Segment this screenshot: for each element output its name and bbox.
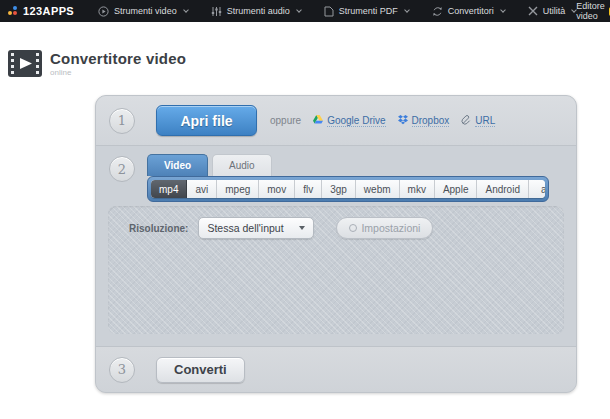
tab-audio[interactable]: Audio <box>212 154 272 176</box>
resolution-select[interactable]: Stessa dell'input <box>198 217 314 239</box>
format-mkv[interactable]: mkv <box>400 180 435 198</box>
converters-icon <box>432 6 443 17</box>
logo-dots-icon <box>8 6 18 16</box>
open-file-button[interactable]: Apri file <box>156 105 257 136</box>
chevron-down-icon <box>404 7 410 13</box>
title-block: Convertitore video online <box>50 50 186 81</box>
step3-number: 3 <box>109 357 135 383</box>
format-3gp[interactable]: 3gp <box>322 180 356 198</box>
format-mpeg[interactable]: mpeg <box>217 180 259 198</box>
convert-button[interactable]: Converti <box>156 357 245 383</box>
format-webm[interactable]: webm <box>356 180 400 198</box>
step1-number: 1 <box>109 108 135 134</box>
nav-converters[interactable]: Convertitori <box>432 6 505 17</box>
settings-label: Impostazioni <box>361 222 420 234</box>
format-avi[interactable]: avi <box>187 180 217 198</box>
video-converter-icon <box>8 50 42 81</box>
dropbox-icon <box>398 115 408 127</box>
top-navbar: 123APPS Strumenti video Strumenti audio … <box>0 0 610 22</box>
resolution-value: Stessa dell'input <box>207 222 283 234</box>
format-mov[interactable]: mov <box>259 180 295 198</box>
nav-item-label: Strumenti video <box>114 6 177 16</box>
options-area: Risoluzione: Stessa dell'input Impostazi… <box>108 206 564 334</box>
or-text: oppure <box>270 115 301 126</box>
settings-button[interactable]: Impostazioni <box>336 217 433 239</box>
step3-row: 3 Converti <box>96 346 576 392</box>
media-tabs: Video Audio <box>147 154 564 176</box>
format-mp4[interactable]: mp4 <box>151 180 187 198</box>
nav-utilities[interactable]: Utilità <box>528 6 577 17</box>
gear-icon <box>349 224 357 232</box>
nav-item-label: Convertitori <box>448 6 494 16</box>
format-altro[interactable]: altro <box>529 180 545 198</box>
paperclip-icon <box>461 115 471 127</box>
google-drive-label: Google Drive <box>327 115 385 127</box>
url-link[interactable]: URL <box>461 115 495 127</box>
pdf-tools-icon <box>324 6 334 17</box>
google-drive-link[interactable]: Google Drive <box>313 115 385 127</box>
page-header: Convertitore video online <box>8 50 610 81</box>
dropbox-link[interactable]: Dropbox <box>398 115 450 127</box>
select-arrow-icon <box>299 226 305 230</box>
tab-video[interactable]: Video <box>147 154 208 176</box>
nav-audio-tools[interactable]: Strumenti audio <box>211 6 301 17</box>
url-label: URL <box>475 115 495 127</box>
nav-item-label: Strumenti audio <box>227 6 290 16</box>
nav-pdf-tools[interactable]: Strumenti PDF <box>324 6 409 17</box>
format-flv[interactable]: flv <box>295 180 322 198</box>
video-editor-link[interactable]: Editore video NEW <box>576 1 610 21</box>
navbar-right: Editore video NEW Blog Accedi <box>576 1 610 21</box>
resolution-label: Risoluzione: <box>129 223 188 234</box>
page-subtitle: online <box>50 68 186 77</box>
chevron-down-icon <box>296 7 302 13</box>
dropbox-label: Dropbox <box>412 115 450 127</box>
chevron-down-icon <box>183 7 189 13</box>
main-menu: Strumenti video Strumenti audio Strument… <box>98 6 576 17</box>
format-bar: mp4 avi mpeg mov flv 3gp webm mkv Apple … <box>147 176 549 202</box>
step1-row: 1 Apri file oppure Google Drive Dropbox <box>96 96 576 146</box>
page-title: Convertitore video <box>50 50 186 67</box>
logo[interactable]: 123APPS <box>8 5 74 17</box>
video-tools-icon <box>98 6 109 17</box>
format-segments: mp4 avi mpeg mov flv 3gp webm mkv Apple … <box>151 180 545 198</box>
step2-number: 2 <box>109 156 135 182</box>
resolution-row: Risoluzione: Stessa dell'input Impostazi… <box>108 206 564 239</box>
format-android[interactable]: Android <box>477 180 528 198</box>
video-editor-label: Editore video <box>576 1 605 21</box>
utilities-icon <box>528 6 538 16</box>
nav-video-tools[interactable]: Strumenti video <box>98 6 188 17</box>
nav-item-label: Utilità <box>543 6 566 16</box>
audio-tools-icon <box>211 6 222 17</box>
nav-item-label: Strumenti PDF <box>339 6 398 16</box>
converter-panel: 1 Apri file oppure Google Drive Dropbox <box>95 95 577 393</box>
logo-text: 123APPS <box>23 5 74 17</box>
chevron-down-icon <box>500 7 506 13</box>
google-drive-icon <box>313 115 323 126</box>
step2-section: 2 Video Audio mp4 avi mpeg mov flv 3gp w… <box>96 146 576 346</box>
format-apple[interactable]: Apple <box>435 180 478 198</box>
